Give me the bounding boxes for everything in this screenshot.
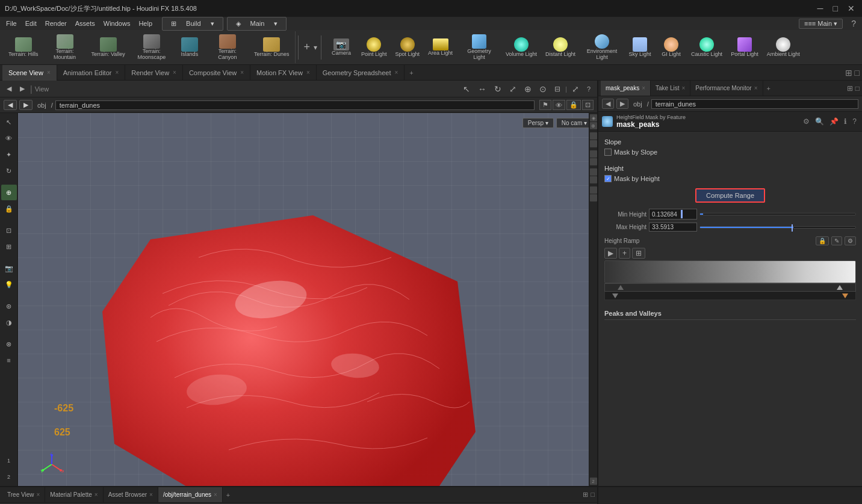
ramp-gear-btn[interactable]: ⚙: [845, 236, 856, 245]
compute-range-button[interactable]: Compute Range: [695, 188, 765, 203]
cam-button[interactable]: No cam ▾: [556, 118, 592, 128]
vp-right-tool-6[interactable]: [590, 158, 597, 165]
vp-right-tool-11[interactable]: 2: [590, 478, 597, 485]
terrain-islands-button[interactable]: Islands: [175, 32, 205, 63]
right-tab-performance-close[interactable]: ×: [754, 85, 758, 91]
tab-motion-fx-view[interactable]: Motion FX View ×: [250, 65, 317, 81]
ramp-lock-btn[interactable]: 🔒: [816, 236, 829, 245]
vp-right-tool-5[interactable]: [590, 150, 597, 158]
viewport-help-button[interactable]: ?: [584, 84, 594, 94]
spot-light-button[interactable]: Spot Light: [391, 32, 423, 63]
menu-windows[interactable]: Windows: [100, 19, 134, 28]
tab-scene-view-close[interactable]: ×: [47, 69, 51, 76]
vp-right-tool-8[interactable]: [590, 176, 597, 183]
ng-tab-tree-view[interactable]: Tree View ×: [2, 487, 45, 503]
area-light-button[interactable]: Area Light: [424, 32, 456, 63]
environment-light-button[interactable]: Environment Light: [580, 32, 624, 63]
tab-scene-view[interactable]: Scene View ×: [2, 65, 57, 81]
tab-render-view[interactable]: Render View ×: [125, 65, 183, 81]
vp-tool-snap[interactable]: ⊡: [1, 223, 17, 238]
tab-composite-view-close[interactable]: ×: [240, 69, 244, 76]
pathbar-back-button[interactable]: ◀: [4, 100, 17, 110]
max-height-slider[interactable]: [699, 226, 856, 229]
pathbar-flag-btn[interactable]: ⚑: [539, 100, 551, 110]
build-button[interactable]: ⊞ Build ▾: [162, 17, 223, 31]
vp-right-tool-7[interactable]: [590, 168, 597, 176]
terrain-dunes-button[interactable]: Terrain: Dunes: [250, 32, 293, 63]
tab-composite-view[interactable]: Composite View ×: [183, 65, 250, 81]
ramp-expand-btn[interactable]: ⊞: [632, 248, 645, 259]
viewport-forward-button[interactable]: ▶: [17, 84, 28, 94]
caustic-light-button[interactable]: Caustic Light: [687, 32, 726, 63]
viewport-3d[interactable]: -625 625 Persp ▾ No cam ▾: [18, 113, 597, 486]
menu-file[interactable]: File: [2, 19, 20, 28]
main-button[interactable]: ◈ Main ▾: [227, 17, 287, 31]
point-light-button[interactable]: Point Light: [358, 32, 391, 63]
vp-right-tool-3[interactable]: [590, 132, 597, 140]
vp-tool-rotate[interactable]: ↻: [1, 163, 17, 179]
pathbar-snap-btn[interactable]: ⊡: [582, 100, 594, 110]
tab-options-icon[interactable]: ⊞: [845, 68, 852, 78]
ng-tab-material-palette[interactable]: Material Palette ×: [45, 487, 103, 503]
viewport-grid-tool[interactable]: ⊟: [551, 84, 563, 94]
ng-tab-add[interactable]: +: [223, 490, 234, 500]
props-back-button[interactable]: ◀: [602, 99, 614, 109]
toolbar-dropdown-button[interactable]: ▾: [312, 43, 318, 52]
vp-right-tool-10[interactable]: [590, 194, 597, 201]
ramp-stop-left[interactable]: [618, 285, 624, 290]
vp-tool-misc[interactable]: ≡: [1, 352, 17, 368]
pathbar-node-input[interactable]: [55, 100, 535, 110]
vp-tool-active-1[interactable]: ⊕: [1, 185, 17, 200]
maximize-button[interactable]: □: [831, 4, 840, 13]
right-tab-detach[interactable]: □: [855, 84, 860, 93]
vp-tool-camera[interactable]: 📷: [1, 260, 17, 276]
ng-tab-obj-terrain[interactable]: /obj/terrain_dunes ×: [158, 487, 223, 503]
camera-button[interactable]: 📷 Camera: [326, 32, 356, 63]
props-search-icon[interactable]: 🔍: [813, 117, 826, 126]
persp-button[interactable]: Persp ▾: [522, 118, 554, 128]
props-gear-icon[interactable]: ⚙: [801, 117, 811, 126]
vp-tool-light[interactable]: 💡: [1, 277, 17, 292]
distant-light-button[interactable]: Distant Light: [542, 32, 579, 63]
viewport-scale-tool[interactable]: ⤢: [506, 83, 519, 95]
vp-tool-render[interactable]: ⊛: [1, 298, 17, 314]
menu-assets[interactable]: Assets: [72, 19, 99, 28]
sky-light-button[interactable]: Sky Light: [625, 32, 655, 63]
min-height-slider[interactable]: [699, 213, 856, 215]
vp-tool-bottom-2[interactable]: 2: [1, 469, 17, 485]
right-tab-take-list-close[interactable]: ×: [681, 85, 685, 91]
pathbar-lock-btn[interactable]: 🔒: [566, 100, 581, 110]
ng-detach-icon[interactable]: □: [591, 491, 595, 499]
tab-geometry-spreadsheet[interactable]: Geometry Spreadsheet ×: [317, 65, 405, 81]
ramp-play-btn[interactable]: ▶: [604, 248, 617, 259]
vp-tool-select[interactable]: ↖: [1, 114, 17, 130]
height-mask-checkbox[interactable]: [604, 175, 612, 182]
right-tab-take-list[interactable]: Take List ×: [651, 81, 690, 96]
tab-animation-editor[interactable]: Animation Editor ×: [57, 65, 126, 81]
ramp-add-btn[interactable]: +: [619, 248, 630, 259]
vp-right-tool-9[interactable]: [590, 186, 597, 194]
terrain-mountain-button[interactable]: Terrain: Mountain: [43, 32, 87, 63]
minimize-button[interactable]: ─: [815, 4, 826, 13]
gi-light-button[interactable]: GI Light: [656, 32, 686, 63]
props-pin-icon[interactable]: 📌: [828, 117, 840, 126]
ramp-bottom-stop-right[interactable]: [842, 293, 848, 298]
vp-tool-grid[interactable]: ⊞: [1, 239, 17, 254]
vp-tool-active-2[interactable]: 🔒: [1, 201, 17, 217]
right-tab-add[interactable]: +: [763, 84, 774, 93]
props-help-icon[interactable]: ?: [851, 117, 858, 126]
ng-tab-asset-browser[interactable]: Asset Browser ×: [104, 487, 158, 503]
right-main-button[interactable]: ≡≡≡ Main ▾: [799, 19, 843, 29]
ng-options-icon[interactable]: ⊞: [583, 491, 588, 499]
viewport-fullscreen-button[interactable]: ⤢: [569, 83, 582, 95]
terrain-moonscape-button[interactable]: Terrain: Moonscape: [130, 32, 173, 63]
viewport-move-tool[interactable]: ↔: [475, 83, 489, 95]
pathbar-forward-button[interactable]: ▶: [19, 100, 33, 110]
right-tab-performance[interactable]: Performance Monitor ×: [690, 81, 763, 96]
vp-tool-composite[interactable]: ⊗: [1, 336, 17, 352]
close-button[interactable]: ✕: [845, 4, 857, 13]
vp-right-tool-1[interactable]: ◈: [590, 114, 597, 121]
props-info-icon[interactable]: ℹ: [842, 117, 849, 126]
ramp-edit-btn[interactable]: ✎: [831, 236, 842, 245]
viewport-display-tool[interactable]: ⊙: [536, 83, 550, 95]
